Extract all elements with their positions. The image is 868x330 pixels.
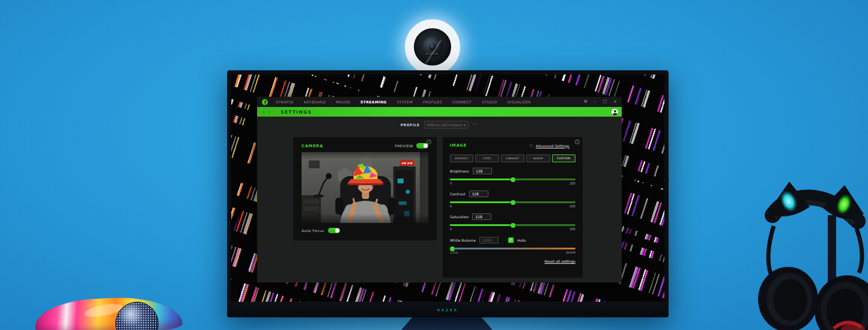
menu-keyboard[interactable]: KEYBOARD bbox=[304, 100, 326, 104]
contrast-row: Contrast 128 0 255 bbox=[450, 191, 575, 208]
saturation-slider-thumb[interactable] bbox=[511, 223, 515, 228]
profile-row: PROFILE RZB-SG-1823-Default ▾ ··· bbox=[257, 121, 622, 129]
webcam-preview-image: ON AIR bbox=[302, 152, 428, 223]
window-controls: ⚙ – □ × bbox=[584, 100, 617, 104]
profile-label: PROFILE bbox=[401, 123, 420, 127]
info-icon[interactable]: ? bbox=[575, 139, 580, 144]
camera-preview: ON AIR bbox=[302, 152, 428, 223]
white-balance-label: White Balance bbox=[450, 238, 476, 242]
white-balance-value-input[interactable]: 2800 bbox=[479, 237, 499, 243]
reset-all-settings-link[interactable]: Reset all settings bbox=[544, 259, 575, 263]
warm-label: WARM bbox=[566, 251, 575, 254]
white-balance-slider-row: COOL WARM bbox=[450, 248, 575, 254]
synapse-window: SYNAPSE KEYBOARD MOUSE STREAMING SYSTEM … bbox=[257, 97, 622, 283]
brightness-row: Brightness 128 0 255 bbox=[450, 168, 575, 185]
advanced-settings-link[interactable]: Advanced Settings bbox=[529, 144, 569, 148]
slider-min: 0 bbox=[450, 227, 452, 231]
cat-ear-headphones bbox=[756, 173, 868, 330]
razer-logo-icon bbox=[262, 99, 268, 105]
menu-mouse[interactable]: MOUSE bbox=[336, 100, 350, 104]
image-panel-title: IMAGE bbox=[450, 143, 467, 148]
menu-synapse[interactable]: SYNAPSE bbox=[276, 100, 294, 104]
forward-chevron-icon[interactable]: › bbox=[269, 109, 271, 115]
menu-streaming[interactable]: STREAMING bbox=[360, 100, 387, 104]
slider-min: 0 bbox=[450, 182, 452, 185]
preset-cool[interactable]: COOL bbox=[475, 154, 499, 162]
slider-max: 255 bbox=[569, 182, 575, 185]
monitor-screen: SYNAPSE KEYBOARD MOUSE STREAMING SYSTEM … bbox=[231, 75, 664, 302]
cool-label: COOL bbox=[450, 251, 458, 254]
profile-dropdown[interactable]: RZB-SG-1823-Default ▾ bbox=[424, 121, 469, 129]
menu-visualizer[interactable]: VISUALIZER bbox=[508, 100, 531, 104]
white-balance-row: White Balance 2800 ✓ Auto bbox=[450, 237, 575, 243]
monitor: SYNAPSE KEYBOARD MOUSE STREAMING SYSTEM … bbox=[227, 70, 669, 317]
auto-label: Auto bbox=[517, 238, 526, 242]
settings-header-bar: ‹ › SETTINGS bbox=[257, 107, 622, 117]
monitor-bezel: RAZER bbox=[227, 302, 669, 317]
preview-label: PREVIEW bbox=[395, 144, 413, 148]
contrast-value-input[interactable]: 128 bbox=[469, 191, 488, 197]
brightness-slider-thumb[interactable] bbox=[511, 177, 515, 182]
camera-panel: ? CAMERA PREVIEW bbox=[293, 137, 437, 240]
saturation-value-input[interactable]: 128 bbox=[472, 213, 491, 220]
close-button[interactable]: × bbox=[613, 100, 617, 104]
avatar[interactable] bbox=[612, 109, 618, 115]
preview-toggle[interactable] bbox=[416, 143, 428, 148]
titlebar: SYNAPSE KEYBOARD MOUSE STREAMING SYSTEM … bbox=[257, 97, 622, 107]
page-title: SETTINGS bbox=[281, 109, 312, 115]
brightness-slider[interactable] bbox=[450, 179, 575, 180]
slider-max: 255 bbox=[569, 204, 575, 208]
menu-studio[interactable]: STUDIO bbox=[482, 100, 497, 104]
on-air-text: ON AIR bbox=[402, 162, 413, 165]
preset-default[interactable]: DEFAULT bbox=[450, 154, 473, 162]
saturation-label: Saturation bbox=[450, 215, 469, 219]
cap-brim bbox=[347, 179, 383, 183]
back-chevron-icon[interactable]: ‹ bbox=[263, 109, 265, 115]
main-menu: SYNAPSE KEYBOARD MOUSE STREAMING SYSTEM … bbox=[276, 100, 584, 104]
slider-min: 0 bbox=[450, 204, 452, 208]
maximize-button[interactable]: □ bbox=[603, 100, 607, 104]
white-balance-slider-thumb[interactable] bbox=[450, 246, 455, 251]
saturation-row: Saturation 128 0 255 bbox=[450, 213, 575, 231]
contrast-slider[interactable] bbox=[450, 201, 575, 203]
preset-warm[interactable]: WARM bbox=[526, 154, 550, 162]
autofocus-toggle[interactable] bbox=[328, 228, 340, 233]
saturation-slider[interactable] bbox=[450, 224, 575, 226]
preset-vibrant[interactable]: VIBRANT bbox=[501, 154, 524, 162]
profile-more-button[interactable]: ··· bbox=[473, 123, 479, 127]
autofocus-label: Auto Focus bbox=[302, 228, 324, 233]
image-panel: ? IMAGE Advanced Settings DEFAULT C bbox=[443, 137, 583, 278]
grid-icon bbox=[529, 144, 533, 148]
brightness-value-input[interactable]: 128 bbox=[473, 168, 492, 174]
camera-panel-title: CAMERA bbox=[302, 144, 323, 148]
preset-custom[interactable]: CUSTOM bbox=[552, 154, 575, 162]
contrast-label: Contrast bbox=[450, 192, 466, 196]
monitor-stand bbox=[401, 317, 493, 330]
contrast-slider-thumb[interactable] bbox=[511, 200, 515, 205]
minimize-button[interactable]: – bbox=[594, 100, 596, 104]
webcam-brand-text: RAZER bbox=[414, 52, 451, 55]
monitor-brand-text: RAZER bbox=[437, 308, 458, 312]
settings-content: PROFILE RZB-SG-1823-Default ▾ ··· ? CAME bbox=[257, 117, 622, 283]
slider-max: 255 bbox=[569, 227, 575, 231]
preset-buttons: DEFAULT COOL VIBRANT WARM CUSTOM bbox=[450, 154, 575, 162]
menu-profiles[interactable]: PROFILES bbox=[423, 100, 442, 104]
gear-icon[interactable]: ⚙ bbox=[584, 100, 587, 104]
webcam-ring-light: RAZER bbox=[405, 19, 460, 75]
profile-value: RZB-SG-1823-Default bbox=[427, 123, 462, 127]
white-balance-slider[interactable] bbox=[450, 248, 575, 249]
auto-checkbox[interactable]: ✓ bbox=[508, 237, 514, 243]
menu-connect[interactable]: CONNECT bbox=[452, 100, 472, 104]
menu-system[interactable]: SYSTEM bbox=[397, 100, 413, 104]
chevron-down-icon: ▾ bbox=[464, 123, 466, 127]
scene: RAZER SYNAPSE KEYBOARD MOUSE bbox=[0, 0, 868, 330]
brightness-label: Brightness bbox=[450, 169, 469, 173]
